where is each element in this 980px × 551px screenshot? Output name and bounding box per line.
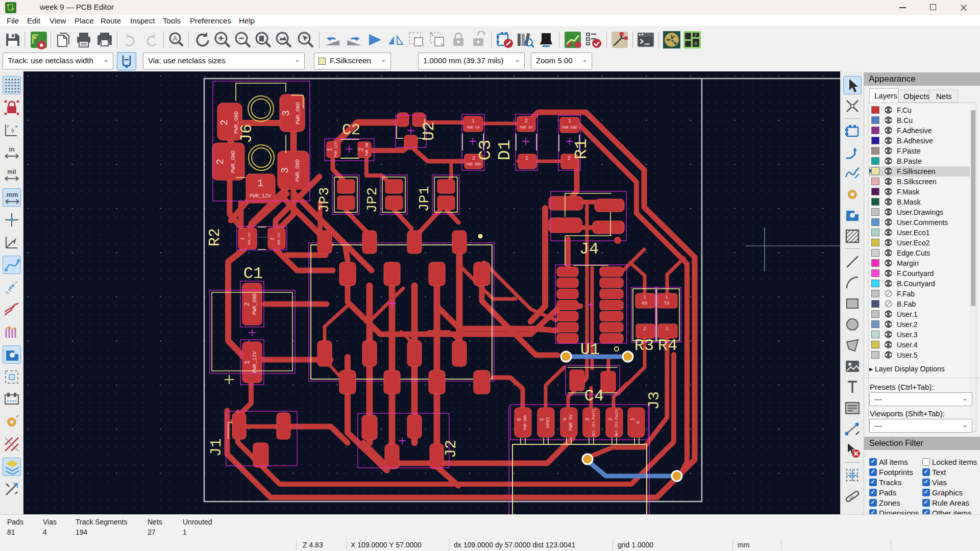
svg-text:UPDI: UPDI (546, 417, 551, 428)
svg-text:J1: J1 (208, 438, 225, 457)
svg-text:r: r (7, 123, 9, 129)
svg-text:TX: TX (664, 301, 670, 306)
svg-text:PWR_12V: PWR_12V (248, 232, 251, 245)
svg-text:PWR_GND: PWR_GND (230, 151, 236, 173)
svg-text:2: 2 (525, 118, 528, 124)
svg-text:PWR_12V: PWR_12V (252, 352, 258, 373)
svg-text:2: 2 (243, 302, 251, 306)
svg-text:2: 2 (666, 327, 668, 332)
svg-text:PWR 5V: PWR 5V (569, 414, 574, 431)
svg-text:6: 6 (517, 418, 522, 421)
svg-text:3: 3 (280, 110, 292, 116)
svg-text:PWR_GND: PWR_GND (295, 102, 301, 124)
svg-text:J6: J6 (237, 124, 256, 143)
svg-text:PWR_GND: PWR_GND (252, 293, 258, 315)
svg-text:2: 2 (270, 237, 275, 240)
svg-text:C1: C1 (243, 264, 263, 283)
svg-text:PWR GND: PWR GND (466, 162, 481, 166)
svg-text:1: 1 (568, 118, 571, 124)
svg-text:2: 2 (472, 156, 475, 161)
svg-text:X: X (636, 421, 641, 424)
svg-text:2: 2 (218, 119, 230, 126)
svg-text:PWR_GND: PWR_GND (295, 159, 301, 182)
svg-text:PWR_12V: PWR_12V (250, 193, 271, 199)
svg-text:1: 1 (665, 295, 668, 300)
svg-text:1: 1 (327, 147, 334, 151)
svg-text:J4: J4 (579, 240, 599, 259)
svg-text:Net-[D3-Pad3]: Net-[D3-Pad3] (592, 409, 596, 437)
svg-text:1: 1 (630, 418, 635, 421)
svg-text:1: 1 (472, 118, 475, 124)
svg-text:2: 2 (643, 327, 646, 332)
svg-text:R2: R2 (206, 228, 224, 246)
svg-text:3: 3 (279, 167, 291, 173)
svg-text:mm: mm (6, 191, 18, 198)
svg-text:B: B (695, 41, 698, 46)
svg-text:J3: J3 (646, 391, 663, 410)
svg-text:JP3: JP3 (316, 187, 332, 213)
svg-text:PWR_12V: PWR_12V (277, 232, 281, 245)
svg-text:1: 1 (240, 237, 246, 240)
svg-text:2: 2 (358, 147, 365, 151)
svg-text:PWR 5V: PWR 5V (467, 126, 480, 130)
svg-text:C4: C4 (584, 387, 604, 406)
svg-text:F: F (695, 33, 697, 38)
svg-text:1: 1 (257, 178, 263, 189)
svg-text:U2: U2 (420, 121, 438, 141)
svg-text:C2: C2 (342, 121, 360, 139)
svg-text:2: 2 (214, 159, 226, 165)
svg-text:PWR_12V: PWR_12V (334, 141, 338, 157)
svg-text:in: in (9, 145, 15, 153)
svg-text:JP1: JP1 (416, 186, 432, 212)
svg-text:4: 4 (562, 418, 568, 421)
svg-text:1: 1 (525, 156, 528, 161)
svg-text:C3: C3 (476, 140, 495, 161)
svg-text:3: 3 (585, 418, 591, 421)
svg-text:A: A (173, 35, 178, 42)
svg-text:5: 5 (540, 418, 545, 421)
svg-text:1: 1 (643, 295, 646, 300)
svg-text:R3: R3 (634, 336, 654, 355)
svg-text:PWR GND: PWR GND (523, 415, 527, 430)
svg-text:PWR 5V: PWR 5V (520, 126, 533, 130)
svg-text:Net-[D3-Pad3]: Net-[D3-Pad3] (615, 409, 619, 437)
svg-text:JP2: JP2 (364, 187, 380, 213)
svg-text:R4: R4 (658, 336, 677, 355)
svg-text:RX: RX (642, 301, 648, 306)
svg-text:R1: R1 (572, 139, 591, 160)
svg-text:D1: D1 (495, 140, 514, 161)
svg-text:PWR_GND: PWR_GND (233, 111, 239, 134)
svg-text:J2: J2 (443, 440, 460, 458)
svg-text:PWR_GN: PWR_GN (365, 143, 369, 156)
svg-text:2: 2 (568, 156, 571, 161)
svg-text:θ: θ (11, 128, 14, 134)
svg-text:1: 1 (243, 360, 251, 364)
svg-text:2: 2 (608, 418, 614, 421)
svg-text:mil: mil (7, 168, 16, 176)
svg-text:PWR_GND: PWR_GND (562, 126, 577, 130)
